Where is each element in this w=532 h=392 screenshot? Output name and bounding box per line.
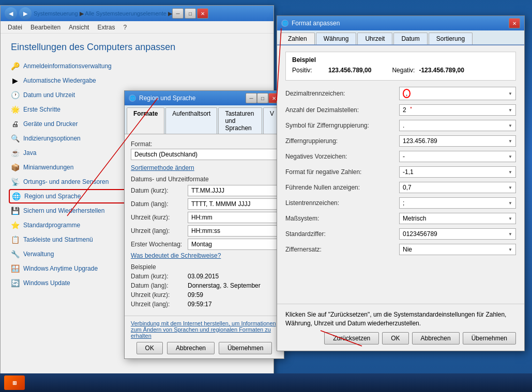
uhrzeit-lang-input[interactable]: HH:mm:ss [188,225,278,237]
menu-help[interactable]: ? [119,23,131,32]
taskbar: ⊞ [0,373,532,392]
uhrzeit-lang-label: Uhrzeit (lang): [131,227,188,234]
region-minimize-button[interactable]: ─ [246,93,257,103]
sichern-icon: 💾 [10,206,20,216]
fuehrende-nullen-select[interactable]: 0,7 ▼ [399,182,516,193]
negativ-label: Negativ: [392,67,415,74]
close-button[interactable]: ✕ [197,8,208,19]
region-uebernehmen-button[interactable]: Übernehmen [219,342,272,354]
example-uhrzeit-kurz: Uhrzeit (kurz): 09:59 [131,291,278,299]
uhrzeit-kurz-label: Uhrzeit (kurz): [131,214,188,221]
wochentag-label: Erster Wochentag: [131,241,188,248]
dezimalstellen-arrow: ▼ [508,108,512,113]
datum-kurz-input[interactable]: TT.MM.JJJJ [188,185,278,196]
format-footer-buttons: Zurücksetzen OK Abbrechen Übernehmen [285,332,516,344]
negatives-vorzeichen-row: Negatives Vorzeichen: - ▼ [285,151,516,162]
menu-extras[interactable]: Extras [93,23,119,32]
schreibweise-link[interactable]: Was bedeutet die Schreibweise? [131,252,221,259]
format-tab-sortierung[interactable]: Sortierung [429,33,473,44]
dezimaltrennzeichen-label: Dezimaltrennzeichen: [285,90,399,97]
negatives-vorzeichen-select[interactable]: - ▼ [399,151,516,162]
masssystem-row: Maßsystem: Metrisch ▼ [285,213,516,224]
example-uhrzeit-lang-label: Uhrzeit (lang): [131,301,188,308]
format-ok-button[interactable]: OK [382,332,408,344]
sidebar-item-automatische-wiedergabe[interactable]: ▶ Automatische Wiedergabe [9,73,273,88]
tab-formate[interactable]: Formate [127,107,164,134]
format-abbrechen-button[interactable]: Abbrechen [412,332,460,344]
start-button[interactable]: ⊞ [4,375,25,390]
region-dialog-footer: Verbindung mit dem Internet herstellen, … [125,316,284,358]
zifferngroupierung-symbol-value: . [403,122,404,129]
uhrzeit-lang-row: Uhrzeit (lang): HH:mm:ss [131,225,278,237]
uhrzeit-kurz-input[interactable]: HH:mm [188,212,278,223]
example-datum-kurz-label: Datum (kurz): [131,273,188,280]
format-title-bar: 🌐 Format anpassen ✕ [277,16,524,30]
format-tab-waehrung[interactable]: Währung [316,33,357,44]
verwaltung-icon: 🔧 [10,249,20,259]
format-close-button[interactable]: ✕ [509,18,520,28]
format-negativ-select[interactable]: -1,1 ▼ [399,166,516,178]
menu-bearbeiten[interactable]: Bearbeiten [26,23,65,32]
back-button[interactable]: ◀ [5,7,17,20]
region-buttons: OK Abbrechen Übernehmen [131,342,278,354]
region-dialog: 🌐 Region und Sprache ─ □ ✕ Formate Aufen… [124,90,284,359]
sidebar-item-anmeldeinformationsverwaltung[interactable]: 🔑 Anmeldeinformationsverwaltung [9,59,273,73]
dezimaltrennzeichen-select[interactable]: , ▼ [399,87,516,100]
dezimaltrennzeichen-arrow: ▼ [508,91,512,96]
minimize-button[interactable]: ─ [172,8,184,19]
windows-anytime-upgrade-icon: 🪟 [10,263,20,274]
format-body: Beispiel Positiv: 123.456.789,00 Negativ… [277,45,524,265]
indizierungsoptionen-icon: 🔍 [10,133,20,144]
dezimalstellen-select[interactable]: 2 ▼ [399,104,516,116]
datum-lang-label: Datum (lang): [131,200,188,208]
listentrennzeichen-value: ; [403,199,404,207]
maximize-button[interactable]: □ [185,8,196,19]
ortungs-sensoren-icon: 📡 [10,177,20,187]
format-row: Format: Deutsch (Deutschland) [131,140,278,160]
dezimalstellen-value: 2 [403,106,406,114]
masssystem-value: Metrisch [403,215,426,222]
tab-aufenthaltsort[interactable]: Aufenthaltsort [165,107,217,134]
format-uebernehmen-button[interactable]: Übernehmen [463,332,516,344]
masssystem-label: Maßsystem: [285,215,399,222]
listentrennzeichen-select[interactable]: ; ▼ [399,197,516,209]
dezimalstellen-label: Anzahl der Dezimalstellen: [285,106,399,114]
dezimaltrennzeichen-row: Dezimaltrennzeichen: , ▼ [285,87,516,100]
format-input[interactable]: Deutsch (Deutschland) [131,149,278,160]
fuehrende-nullen-label: Führende Nullen anzeigen: [285,184,399,191]
ziffernersatz-select[interactable]: Nie ▼ [399,244,516,255]
format-zuruecksetzen-button[interactable]: Zurücksetzen [324,332,379,344]
format-tab-zahlen[interactable]: Zahlen [280,33,315,44]
example-title: Beispiel [292,56,509,64]
taskleiste-icon: 📋 [10,234,20,245]
listentrennzeichen-arrow: ▼ [508,201,512,206]
menu-datei[interactable]: Datei [4,23,26,32]
standardziffer-arrow: ▼ [508,232,512,237]
format-tab-datum[interactable]: Datum [393,33,427,44]
region-maximize-button[interactable]: □ [257,93,268,103]
positiv-value: 123.456.789,00 [328,67,371,74]
wochentag-input[interactable]: Montag [188,239,278,250]
masssystem-select[interactable]: Metrisch ▼ [399,213,516,224]
region-ok-button[interactable]: OK [136,342,163,354]
region-abbrechen-button[interactable]: Abbrechen [167,342,215,354]
format-tab-uhrzeit[interactable]: Uhrzeit [357,33,392,44]
datum-lang-input[interactable]: TTTT, T. MMMM JJJJ [188,198,278,210]
standardziffer-row: Standardziffer: 0123456789 ▼ [285,228,516,240]
sort-link[interactable]: Sortiermethode ändern [131,164,194,171]
menu-ansicht[interactable]: Ansicht [65,23,93,32]
format-footer: Klicken Sie auf "Zurücksetzen", um die S… [277,304,524,351]
zifferngroupierung-symbol-select[interactable]: . ▼ [399,120,516,131]
negatives-vorzeichen-arrow: ▼ [508,154,512,159]
erste-schritte-icon: 🌟 [10,104,20,115]
standardziffer-select[interactable]: 0123456789 ▼ [399,228,516,240]
example-uhrzeit-kurz-label: Uhrzeit (kurz): [131,291,188,299]
uhrzeit-kurz-row: Uhrzeit (kurz): HH:mm [131,212,278,223]
forward-button[interactable]: ▶ [19,7,32,20]
tab-tastaturen[interactable]: Tastaturen und Sprachen [218,107,262,134]
internet-link[interactable]: Verbindung mit dem Internet herstellen, … [131,320,278,339]
window-controls: ─ □ ✕ [172,8,208,19]
format-tabs: Zahlen Währung Uhrzeit Datum Sortierung [277,30,524,45]
breadcrumb: Systemsteuerung ▶ Alle Systemsteuerungse… [34,10,172,17]
zifferngroupierung-select[interactable]: 123.456.789 ▼ [399,135,516,147]
